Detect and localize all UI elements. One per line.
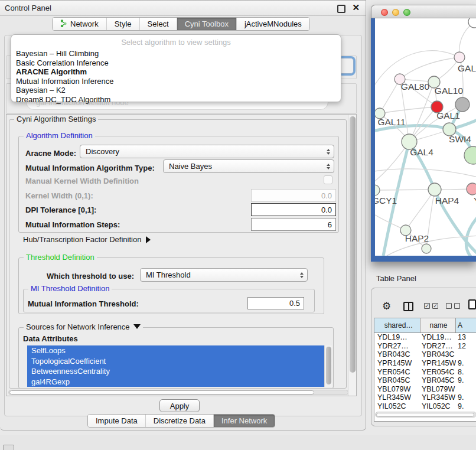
attribute-list-item[interactable]: gal4RGexp (27, 377, 324, 387)
table-row[interactable]: YBR043CYBR043C (374, 350, 476, 359)
dpi-tolerance-field[interactable]: 0.0 (251, 203, 336, 216)
mi-steps-field[interactable]: 6 (251, 218, 336, 231)
zoom-traffic-light-icon[interactable] (403, 9, 410, 16)
aracne-mode-combo[interactable]: Discovery (80, 145, 334, 158)
data-attributes-label: Data Attributes (23, 334, 78, 343)
kernel-width-label: Kernel Width (0,1): (25, 191, 93, 200)
table-horizontal-scrollbar[interactable] (375, 412, 476, 418)
hub-definition-toggle[interactable]: Hub/Transcription Factor Definition (23, 235, 151, 244)
network-node[interactable] (467, 183, 476, 195)
unchecked-checkbox-icon[interactable] (454, 303, 460, 309)
algorithm-option[interactable]: Bayesian – Hill Climbing (11, 49, 341, 58)
network-node-label: GCY1 (375, 195, 397, 206)
mi-steps-label: Mutual Information Steps: (25, 220, 120, 229)
table-panel-window: ⚙ ✓ ✓ shared… name A YDL19…YDL19…13YDR27… (371, 288, 476, 426)
algorithm-option[interactable]: Dream8 DC_TDC Algorithm (11, 95, 341, 105)
network-node-label: SWI4 (449, 134, 471, 144)
network-node-label: GAL11 (377, 117, 405, 127)
table-cell: YLR345W (374, 393, 420, 402)
algorithm-option[interactable]: Bayesian – K2 (11, 86, 341, 95)
algorithm-option[interactable]: Basic Correlation Inference (11, 58, 341, 68)
settings-scroll-area: Cyni Algorithm Settings Algorithm Defini… (6, 114, 357, 396)
document-icon[interactable] (468, 299, 476, 309)
network-node-label: Y (474, 195, 476, 206)
data-attributes-list[interactable]: SelfLoopsTopologicalCoefficientBetweenne… (27, 345, 324, 387)
network-canvas[interactable]: GALGAL80GAL10GAL1GAL11SWI4GAL4GCY1HAP4YH… (375, 18, 476, 256)
tab-select[interactable]: Select (140, 18, 177, 30)
table-row[interactable]: YER054CYER054C8. (374, 367, 476, 376)
tab-network[interactable]: Network (53, 18, 107, 30)
network-node[interactable] (428, 183, 441, 196)
attribute-list-item[interactable]: BetweennessCentrality (27, 366, 324, 377)
attribute-list-item[interactable]: SelfLoops (27, 345, 324, 356)
network-node[interactable] (422, 244, 431, 253)
settings-horizontal-scrollbar[interactable] (8, 390, 348, 395)
tab-jactivemnodules[interactable]: jActiveMNodules (237, 18, 309, 30)
panel-collapse-button[interactable] (3, 445, 14, 450)
mi-threshold-field[interactable]: 0.5 (247, 297, 304, 309)
table-cell: YBR043C (420, 350, 456, 358)
network-node[interactable] (464, 146, 476, 164)
tab-style[interactable]: Style (107, 18, 140, 30)
tab-network-label: Network (70, 19, 99, 28)
float-window-icon[interactable] (337, 5, 345, 13)
network-node-label: GAL10 (435, 86, 464, 96)
checked-checkbox-icon[interactable]: ✓ (432, 303, 438, 309)
sources-title[interactable]: Sources for Network Inference (24, 322, 143, 331)
mi-threshold-group-title: MI Threshold Definition (28, 284, 112, 293)
column-header-name[interactable]: name (420, 318, 456, 332)
manual-kernel-label: Manual Kernel Width Definition (25, 177, 139, 185)
network-node[interactable] (455, 97, 470, 112)
which-threshold-combo[interactable]: MI Threshold (140, 268, 308, 282)
column-header-attr[interactable]: A (456, 318, 476, 332)
attribute-list-item[interactable]: TopologicalCoefficient (27, 356, 324, 367)
minimize-traffic-light-icon[interactable] (392, 9, 399, 16)
tab-discretize-data[interactable]: Discretize Data (146, 415, 214, 427)
control-panel-titlebar: Control Panel ✕ (0, 1, 366, 16)
network-node[interactable] (454, 52, 465, 63)
table-row[interactable]: YIL052CYIL052C9. (374, 402, 476, 411)
settings-vertical-scrollbar[interactable] (348, 115, 356, 396)
table-cell: YBL079W (420, 385, 456, 393)
close-traffic-light-icon[interactable] (381, 9, 388, 16)
unchecked-checkbox-icon[interactable] (446, 303, 452, 309)
checked-checkbox-icon[interactable]: ✓ (424, 303, 430, 309)
table-row[interactable]: YBL079WYBL079W (374, 385, 476, 394)
tab-cyni-toolbox[interactable]: Cyni Toolbox (177, 18, 237, 30)
table-panel-title: Table Panel (376, 274, 416, 283)
top-tab-bar: Network Style Select Cyni Toolbox jActiv… (52, 17, 310, 31)
kernel-width-field[interactable]: 0.0 (251, 189, 336, 202)
gear-icon[interactable]: ⚙ (382, 300, 391, 312)
algorithm-popup-placeholder: Select algorithm to view settings (11, 38, 341, 47)
algorithm-dropdown-popup: Select algorithm to view settings Bayesi… (11, 34, 341, 102)
screen: Control Panel ✕ Network Style (0, 0, 476, 450)
network-icon (60, 19, 67, 29)
tab-impute-data[interactable]: Impute Data (88, 415, 146, 427)
table-cell: 9. (456, 402, 476, 410)
table-row[interactable]: YLR345WYLR345W9. (374, 393, 476, 402)
table-cell: YER054C (374, 368, 420, 376)
column-header-shared-name[interactable]: shared… (374, 318, 420, 332)
algorithm-definition-title: Algorithm Definition (24, 131, 95, 140)
control-panel-title: Control Panel (5, 4, 51, 12)
table-body: YDL19…YDL19…13YDR27…YDR27…12YBR043CYBR04… (374, 333, 476, 410)
table-row[interactable]: YDL19…YDL19…13 (374, 333, 476, 342)
table-row[interactable]: YPR145WYPR145W9. (374, 359, 476, 368)
split-columns-icon[interactable] (403, 302, 413, 311)
apply-button[interactable]: Apply (159, 399, 200, 412)
table-row[interactable]: YDR27…YDR27…12 (374, 342, 476, 351)
manual-kernel-checkbox[interactable] (324, 175, 332, 184)
close-icon[interactable]: ✕ (352, 2, 360, 13)
tab-infer-network[interactable]: Infer Network (214, 415, 275, 427)
mi-type-combo[interactable]: Naive Bayes (163, 159, 334, 173)
aracne-mode-label: Aracne Mode: (25, 149, 76, 158)
algorithm-option[interactable]: ARACNE Algorithm (11, 67, 341, 77)
table-row[interactable]: YBR045CYBR045C9. (374, 376, 476, 385)
stepper-icon (327, 164, 330, 169)
network-node-label: GAL80 (401, 81, 430, 92)
table-cell: 13 (456, 333, 476, 341)
network-node[interactable] (375, 185, 380, 195)
algorithm-option[interactable]: Mutual Information Inference (11, 77, 341, 86)
dpi-tolerance-label: DPI Tolerance [0,1]: (25, 206, 96, 214)
attribute-list-scrollbar[interactable] (324, 345, 332, 387)
